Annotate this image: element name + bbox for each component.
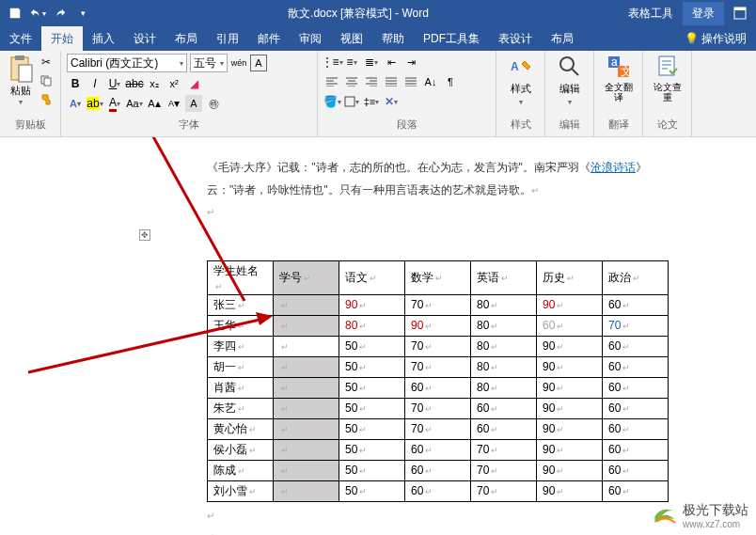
cell-id[interactable]: ↵ <box>274 315 339 336</box>
cut-button[interactable]: ✂ <box>38 54 55 71</box>
cell-score[interactable]: 60↵ <box>405 377 471 398</box>
table-header[interactable]: 学生姓名↵ <box>208 260 274 294</box>
cell-score[interactable]: 50↵ <box>339 336 405 356</box>
align-left-button[interactable] <box>323 73 340 90</box>
cell-score[interactable]: 90↵ <box>537 480 603 501</box>
asian-layout-button[interactable]: ✕▾ <box>383 93 400 110</box>
cell-score[interactable]: 60↵ <box>603 418 669 439</box>
cell-score[interactable]: 50↵ <box>339 480 405 501</box>
table-move-handle[interactable]: ✥ <box>139 229 150 241</box>
menu-table-design[interactable]: 表设计 <box>489 26 542 51</box>
cell-id[interactable]: ↵ <box>274 398 339 418</box>
table-header[interactable]: 语文↵ <box>339 260 405 294</box>
edit-button[interactable]: 编辑▾ <box>551 54 588 106</box>
table-header[interactable]: 英语↵ <box>471 260 537 294</box>
paste-button[interactable]: 粘贴 ▾ <box>6 54 36 118</box>
cell-name[interactable]: 刘小雪↵ <box>208 480 274 501</box>
cell-score[interactable]: 90↵ <box>537 336 603 356</box>
cell-score[interactable]: 50↵ <box>339 398 405 418</box>
shading-button[interactable]: 🪣▾ <box>323 93 340 110</box>
undo-icon[interactable]: ▾ <box>28 4 47 23</box>
cell-score[interactable]: 70↵ <box>471 480 537 501</box>
cell-score[interactable]: 90↵ <box>537 418 603 439</box>
align-center-button[interactable] <box>343 73 360 90</box>
table-row[interactable]: 王华↵↵80↵90↵80↵60↵70↵ <box>208 315 669 336</box>
show-marks-button[interactable]: ¶ <box>442 73 459 90</box>
bullets-button[interactable]: ⋮≡▾ <box>323 54 340 71</box>
decrease-indent-button[interactable]: ⇤ <box>383 54 400 71</box>
cell-score[interactable]: 70↵ <box>405 294 471 315</box>
multilevel-button[interactable]: ≣▾ <box>363 54 380 71</box>
cell-score[interactable]: 90↵ <box>339 294 405 315</box>
table-header[interactable]: 历史↵ <box>537 260 603 294</box>
italic-button[interactable]: I <box>87 75 103 92</box>
cell-id[interactable]: ↵ <box>274 356 339 377</box>
cell-score[interactable]: 70↵ <box>405 356 471 377</box>
cell-id[interactable]: ↵ <box>274 336 339 356</box>
cell-score[interactable]: 60↵ <box>603 460 669 480</box>
cell-score[interactable]: 50↵ <box>339 377 405 398</box>
text-effects-button[interactable]: A▾ <box>67 95 84 112</box>
cell-score[interactable]: 60↵ <box>537 315 603 336</box>
cell-name[interactable]: 胡一↵ <box>208 356 274 377</box>
font-color-button[interactable]: A▾ <box>106 95 123 112</box>
data-table[interactable]: 学生姓名↵学号↵语文↵数学↵英语↵历史↵政治↵张三↵↵90↵70↵80↵90↵6… <box>207 260 669 502</box>
document-area[interactable]: 《毛诗·大序》记载："诗者，志的所的也。在心为志，发言为诗"。南宋严羽《沧浪诗话… <box>0 137 756 535</box>
styles-button[interactable]: A 样式▾ <box>502 54 539 106</box>
cell-score[interactable]: 70↵ <box>603 315 669 336</box>
cell-score[interactable]: 60↵ <box>405 480 471 501</box>
cell-score[interactable]: 60↵ <box>603 294 669 315</box>
copy-button[interactable] <box>38 72 55 89</box>
cell-name[interactable]: 王华↵ <box>208 315 274 336</box>
cell-score[interactable]: 90↵ <box>405 315 471 336</box>
cell-score[interactable]: 70↵ <box>405 398 471 418</box>
table-header[interactable]: 政治↵ <box>603 260 669 294</box>
font-size-combo[interactable]: 五号▾ <box>190 54 228 72</box>
menu-help[interactable]: 帮助 <box>372 26 414 51</box>
change-case-button[interactable]: Aa▾ <box>126 95 143 112</box>
cell-score[interactable]: 70↵ <box>405 336 471 356</box>
char-shading-button[interactable]: A <box>185 95 202 112</box>
cell-score[interactable]: 90↵ <box>537 460 603 480</box>
table-row[interactable]: 朱艺↵↵50↵70↵60↵90↵60↵ <box>208 398 669 418</box>
menu-table-layout[interactable]: 布局 <box>542 26 583 51</box>
table-header[interactable]: 数学↵ <box>405 260 471 294</box>
cell-score[interactable]: 80↵ <box>339 315 405 336</box>
cell-name[interactable]: 李四↵ <box>208 336 274 356</box>
table-row[interactable]: 刘小雪↵↵50↵60↵70↵90↵60↵ <box>208 480 669 501</box>
cell-score[interactable]: 60↵ <box>471 418 537 439</box>
menu-file[interactable]: 文件 <box>0 26 41 51</box>
underline-button[interactable]: U▾ <box>106 75 123 92</box>
line-spacing-button[interactable]: ‡≡▾ <box>363 93 380 110</box>
justify-button[interactable] <box>383 73 400 90</box>
menu-view[interactable]: 视图 <box>331 26 372 51</box>
bold-button[interactable]: B <box>67 75 84 92</box>
cell-score[interactable]: 80↵ <box>471 336 537 356</box>
table-row[interactable]: 肖茜↵↵50↵60↵80↵90↵60↵ <box>208 377 669 398</box>
character-border-button[interactable]: A <box>250 55 267 71</box>
table-row[interactable]: 李四↵↵50↵70↵80↵90↵60↵ <box>208 336 669 356</box>
cell-score[interactable]: 60↵ <box>603 480 669 501</box>
table-row[interactable]: 侯小磊↵↵50↵60↵70↵90↵60↵ <box>208 439 669 460</box>
cell-score[interactable]: 90↵ <box>537 398 603 418</box>
menu-references[interactable]: 引用 <box>207 26 248 51</box>
cell-score[interactable]: 70↵ <box>471 439 537 460</box>
cell-score[interactable]: 90↵ <box>537 356 603 377</box>
cell-id[interactable]: ↵ <box>274 480 339 501</box>
cell-score[interactable]: 60↵ <box>471 398 537 418</box>
cell-score[interactable]: 50↵ <box>339 439 405 460</box>
cell-score[interactable]: 70↵ <box>471 460 537 480</box>
cell-score[interactable]: 90↵ <box>537 377 603 398</box>
cell-score[interactable]: 60↵ <box>603 336 669 356</box>
menu-review[interactable]: 审阅 <box>290 26 331 51</box>
cell-id[interactable]: ↵ <box>274 377 339 398</box>
distributed-button[interactable] <box>402 73 419 90</box>
font-name-combo[interactable]: Calibri (西文正文)▾ <box>67 54 187 72</box>
cell-name[interactable]: 侯小磊↵ <box>208 439 274 460</box>
enclose-char-button[interactable]: ㊕ <box>205 95 222 112</box>
cell-score[interactable]: 80↵ <box>471 356 537 377</box>
phonetic-guide-button[interactable]: wén <box>230 55 247 71</box>
cell-score[interactable]: 80↵ <box>471 315 537 336</box>
table-row[interactable]: 黄心怡↵↵50↵70↵60↵90↵60↵ <box>208 418 669 439</box>
table-row[interactable]: 陈成↵↵50↵60↵70↵90↵60↵ <box>208 460 669 480</box>
